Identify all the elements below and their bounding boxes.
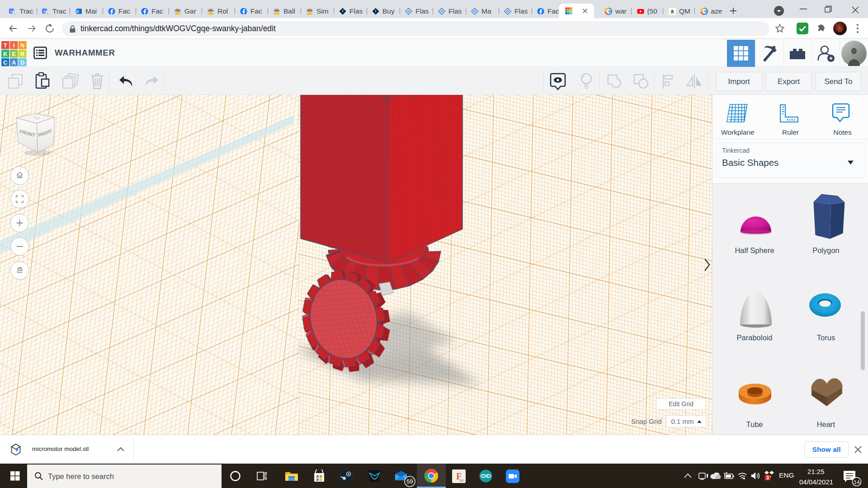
svg-text:D: D (20, 59, 24, 66)
svg-text:59: 59 (407, 479, 413, 485)
svg-text:I: I (13, 42, 15, 49)
svg-text:K: K (3, 51, 8, 57)
svg-text:14: 14 (854, 479, 860, 485)
svg-text:360: 360 (459, 479, 464, 482)
svg-text:O: O (76, 9, 79, 13)
svg-text:E: E (12, 51, 16, 57)
svg-text:C: C (3, 59, 8, 66)
svg-text:T: T (4, 42, 7, 49)
svg-text:N: N (20, 42, 24, 49)
svg-text:a: a (671, 8, 674, 13)
svg-text:3: 3 (766, 475, 769, 480)
svg-text:R: R (20, 51, 25, 57)
svg-text:A: A (12, 59, 16, 66)
